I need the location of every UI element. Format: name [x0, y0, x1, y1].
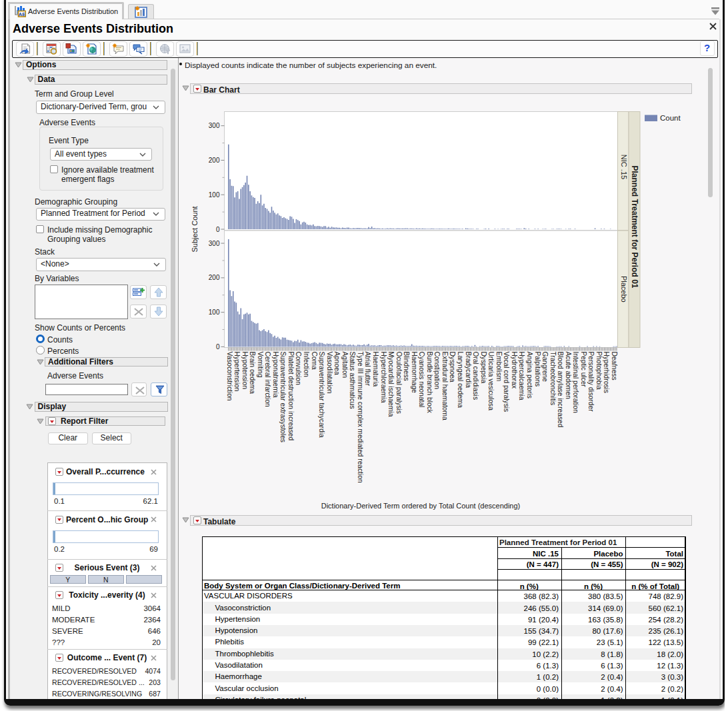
- svg-text:Vomiting: Vomiting: [257, 352, 264, 378]
- svg-text:Dyspnoea: Dyspnoea: [449, 352, 456, 382]
- svg-text:Constipation: Constipation: [433, 352, 441, 390]
- svg-text:Status asthmaticus: Status asthmaticus: [349, 352, 356, 409]
- svg-text:Embolism: Embolism: [495, 352, 503, 382]
- svg-text:0: 0: [216, 343, 220, 351]
- svg-text:Count: Count: [660, 114, 681, 122]
- svg-text:200: 200: [209, 274, 220, 281]
- svg-text:Subject Count: Subject Count: [191, 206, 199, 252]
- svg-text:Haemorrhage: Haemorrhage: [411, 352, 418, 394]
- svg-text:Bradycardia: Bradycardia: [465, 352, 472, 388]
- svg-text:Deafness: Deafness: [611, 352, 618, 380]
- svg-text:Acute abdomen: Acute abdomen: [565, 352, 572, 399]
- svg-text:Type III immune complex mediat: Type III immune complex mediated reactio…: [357, 352, 364, 483]
- svg-text:Dictionary-Derived Term ordere: Dictionary-Derived Term ordered by Total…: [321, 502, 521, 510]
- svg-text:Intestinal perforation: Intestinal perforation: [572, 352, 579, 413]
- svg-text:Apnoea: Apnoea: [333, 352, 341, 375]
- svg-text:NIC .15: NIC .15: [620, 155, 628, 179]
- svg-text:Gangrene: Gangrene: [541, 352, 549, 382]
- svg-text:Oral candidiasis: Oral candidiasis: [472, 352, 479, 400]
- svg-text:300: 300: [209, 122, 220, 129]
- svg-text:Hyperchloraemia: Hyperchloraemia: [380, 352, 387, 403]
- svg-text:Blindness: Blindness: [403, 352, 410, 381]
- svg-text:Urticaria vesiculosa: Urticaria vesiculosa: [487, 352, 495, 411]
- svg-text:Blood amylase increased: Blood amylase increased: [557, 352, 564, 428]
- svg-text:Convulsion: Convulsion: [295, 352, 302, 385]
- svg-text:Platelet destruction increased: Platelet destruction increased: [287, 352, 295, 441]
- svg-text:Personality disorder: Personality disorder: [587, 352, 595, 412]
- svg-text:Cerebral infarction: Cerebral infarction: [264, 352, 271, 407]
- svg-text:200: 200: [209, 157, 220, 164]
- svg-text:Hypotension: Hypotension: [241, 352, 249, 390]
- svg-text:0: 0: [216, 226, 220, 233]
- svg-text:100: 100: [209, 309, 220, 316]
- svg-text:Hypertension: Hypertension: [233, 352, 241, 392]
- svg-text:Peptic ulcer: Peptic ulcer: [580, 352, 587, 388]
- svg-text:Agitation: Agitation: [341, 352, 349, 378]
- svg-text:Coma: Coma: [311, 352, 318, 370]
- svg-text:Planned Treatment for Period 0: Planned Treatment for Period 01: [630, 165, 639, 288]
- svg-text:Hyponatraemia: Hyponatraemia: [272, 352, 279, 398]
- svg-text:Hyperhidrosis: Hyperhidrosis: [603, 352, 610, 393]
- svg-text:Dyspepsia: Dyspepsia: [480, 352, 487, 384]
- svg-text:Infection: Infection: [303, 352, 310, 378]
- svg-text:Palpitations: Palpitations: [534, 352, 541, 387]
- svg-text:Extradural haematoma: Extradural haematoma: [441, 352, 449, 420]
- svg-text:Haematuria: Haematuria: [372, 352, 379, 387]
- svg-text:Hypercalcaemia: Hypercalcaemia: [518, 352, 525, 400]
- svg-text:Vasoconstriction: Vasoconstriction: [226, 352, 233, 401]
- svg-text:Cyanosis neonatal: Cyanosis neonatal: [418, 352, 425, 408]
- svg-text:Myocardial ischaemia: Myocardial ischaemia: [387, 352, 395, 417]
- svg-text:Atrial flutter: Atrial flutter: [364, 352, 371, 386]
- svg-text:AE: AE: [19, 11, 25, 17]
- svg-text:Photophobia: Photophobia: [595, 352, 603, 390]
- svg-text:Oculofacial paralysis: Oculofacial paralysis: [395, 352, 403, 414]
- svg-text:Tracheobronchitis: Tracheobronchitis: [549, 352, 557, 406]
- svg-text:Angina pectoris: Angina pectoris: [526, 352, 533, 398]
- svg-text:Supraventricular extrasystoles: Supraventricular extrasystoles: [279, 352, 287, 442]
- svg-text:Vasodilatation: Vasodilatation: [326, 352, 333, 394]
- svg-text:Supraventricular tachycardia: Supraventricular tachycardia: [318, 352, 325, 438]
- svg-text:Placebo: Placebo: [620, 276, 628, 303]
- svg-text:Bundle branch block: Bundle branch block: [426, 352, 433, 414]
- svg-text:Hydrothorax: Hydrothorax: [511, 352, 518, 389]
- svg-text:Laryngeal oedema: Laryngeal oedema: [457, 352, 464, 408]
- svg-text:100: 100: [209, 191, 220, 199]
- svg-text:Vocal cord paralysis: Vocal cord paralysis: [503, 352, 510, 412]
- svg-text:300: 300: [209, 240, 220, 247]
- svg-text:Brain oedema: Brain oedema: [249, 352, 256, 394]
